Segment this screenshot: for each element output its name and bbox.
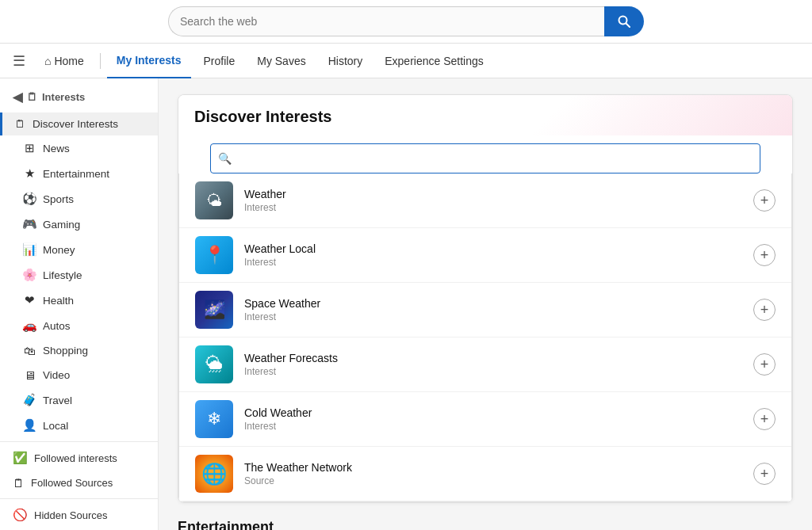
sidebar-hidden-sources[interactable]: 🚫 Hidden Sources — [0, 502, 158, 528]
nav-divider — [100, 53, 101, 69]
weather-local-result-name: Weather Local — [244, 242, 742, 255]
discover-search-icon: 🔍 — [218, 152, 232, 165]
result-item-space-weather[interactable]: 🌌 Space Weather Interest + — [179, 283, 791, 337]
hidden-sources-icon: 🚫 — [13, 508, 28, 522]
search-button[interactable] — [604, 6, 644, 36]
space-weather-add-button[interactable]: + — [753, 299, 776, 321]
sidebar-local-label: Local — [43, 420, 68, 432]
weather-forecasts-thumb: 🌦 — [195, 345, 233, 383]
sidebar-header: ◀ 🗒 Interests — [0, 85, 158, 109]
sidebar-hidden-sources-label: Hidden Sources — [34, 509, 108, 521]
weather-result-info: Weather Interest — [244, 188, 742, 213]
discover-panel-header: Discover Interests — [178, 95, 792, 135]
content-area: Discover Interests 🔍 weather 🌤 Weather I… — [159, 78, 812, 530]
result-item-weather-forecasts[interactable]: 🌦 Weather Forecasts Interest + — [179, 337, 791, 392]
sidebar-lifestyle-label: Lifestyle — [43, 269, 82, 281]
weather-network-add-button[interactable]: + — [753, 463, 776, 485]
search-container — [168, 6, 644, 36]
cold-weather-thumb: ❄ — [195, 400, 233, 438]
space-weather-result-name: Space Weather — [244, 297, 742, 310]
result-item-weather-local[interactable]: 📍 Weather Local Interest + — [179, 228, 791, 283]
cold-weather-add-button[interactable]: + — [753, 408, 776, 430]
sidebar-item-travel[interactable]: 🧳 Travel — [0, 387, 158, 413]
nav-item-profile[interactable]: Profile — [194, 44, 245, 78]
sidebar-followed-sources[interactable]: 🗒 Followed Sources — [0, 471, 158, 495]
sidebar-entertainment-label: Entertainment — [43, 168, 109, 180]
sidebar-followed-sources-label: Followed Sources — [31, 477, 113, 489]
topbar — [0, 0, 812, 44]
nav-item-history[interactable]: History — [319, 44, 373, 78]
sidebar-followed-interests-label: Followed interests — [34, 452, 117, 464]
sidebar-divider-2 — [0, 498, 158, 499]
sidebar-item-video[interactable]: 🖥 Video — [0, 363, 158, 387]
space-weather-result-info: Space Weather Interest — [244, 297, 742, 322]
weather-forecasts-add-button[interactable]: + — [753, 353, 776, 376]
sidebar-item-sports[interactable]: ⚽ Sports — [0, 186, 158, 212]
sidebar-news-label: News — [43, 143, 70, 154]
sidebar-item-autos[interactable]: 🚗 Autos — [0, 313, 158, 338]
nav-item-my-saves[interactable]: My Saves — [247, 44, 315, 78]
weather-forecasts-result-type: Interest — [244, 366, 742, 377]
home-icon: ⌂ — [44, 55, 51, 67]
gaming-icon: 🎮 — [22, 217, 36, 231]
sidebar-followed-interests[interactable]: ✅ Followed interests — [0, 445, 158, 471]
cold-weather-result-name: Cold Weather — [244, 406, 742, 419]
followed-sources-icon: 🗒 — [13, 476, 25, 490]
sidebar-sports-label: Sports — [43, 193, 74, 205]
weather-network-result-type: Source — [244, 475, 742, 486]
weather-local-add-button[interactable]: + — [753, 244, 776, 266]
weather-add-button[interactable]: + — [753, 189, 776, 212]
entertainment-section: Entertainment 👥 Celebrities + 🎬 Movies + — [178, 519, 793, 530]
sidebar-item-news[interactable]: ⊞ News — [0, 135, 158, 161]
sidebar-health-label: Health — [43, 295, 74, 307]
discover-panel: Discover Interests 🔍 weather 🌤 Weather I… — [178, 94, 793, 503]
search-input[interactable] — [168, 6, 604, 36]
hamburger-icon[interactable]: ☰ — [13, 52, 25, 70]
sidebar-item-gaming[interactable]: 🎮 Gaming — [0, 212, 158, 237]
discover-search-input[interactable]: weather — [210, 143, 760, 173]
weather-local-result-info: Weather Local Interest — [244, 242, 742, 268]
discover-search-container: 🔍 weather — [210, 143, 760, 173]
sidebar-divider-1 — [0, 441, 158, 442]
sidebar-autos-label: Autos — [43, 320, 71, 332]
sidebar-item-local[interactable]: 👤 Local — [0, 413, 158, 438]
cold-weather-result-info: Cold Weather Interest — [244, 406, 742, 432]
nav-item-home[interactable]: ⌂ Home — [35, 44, 94, 78]
sidebar-item-entertainment[interactable]: ★ Entertainment — [0, 161, 158, 186]
sidebar-discover-label: Discover Interests — [33, 118, 118, 130]
local-icon: 👤 — [22, 418, 36, 433]
sidebar-video-label: Video — [43, 369, 70, 381]
sidebar-title: Interests — [42, 91, 85, 103]
search-results-list: 🌤 Weather Interest + 📍 Weather Local Int… — [178, 173, 792, 502]
lifestyle-icon: 🌸 — [22, 268, 36, 282]
sidebar-interests-icon2: 🗒 — [27, 91, 37, 103]
sidebar-item-money[interactable]: 📊 Money — [0, 237, 158, 262]
result-item-the-weather-network[interactable]: 🌐 The Weather Network Source + — [179, 447, 791, 501]
entertainment-icon: ★ — [22, 166, 36, 181]
sidebar-shopping-label: Shopping — [43, 345, 88, 357]
sidebar-discover-interests[interactable]: 🗒 Discover Interests — [0, 112, 158, 135]
space-weather-result-type: Interest — [244, 311, 742, 322]
result-item-cold-weather[interactable]: ❄ Cold Weather Interest + — [179, 392, 791, 447]
money-icon: 📊 — [22, 242, 36, 257]
sports-icon: ⚽ — [22, 192, 36, 206]
autos-icon: 🚗 — [22, 318, 36, 333]
weather-local-thumb: 📍 — [195, 236, 233, 274]
news-icon: ⊞ — [22, 141, 36, 155]
sidebar-item-shopping[interactable]: 🛍 Shopping — [0, 338, 158, 363]
weather-forecasts-result-name: Weather Forecasts — [244, 352, 742, 364]
followed-interests-icon: ✅ — [13, 451, 28, 465]
sidebar-item-health[interactable]: ❤ Health — [0, 288, 158, 313]
discover-icon: 🗒 — [15, 118, 26, 130]
travel-icon: 🧳 — [22, 393, 36, 407]
sidebar-gaming-label: Gaming — [43, 219, 80, 231]
weather-result-name: Weather — [244, 188, 742, 200]
sidebar-item-lifestyle[interactable]: 🌸 Lifestyle — [0, 262, 158, 288]
result-item-weather[interactable]: 🌤 Weather Interest + — [179, 173, 791, 228]
nav-item-experience-settings[interactable]: Experience Settings — [375, 44, 493, 78]
nav-item-my-interests[interactable]: My Interests — [107, 44, 191, 78]
main-layout: ◀ 🗒 Interests 🗒 Discover Interests ⊞ New… — [0, 78, 812, 530]
video-icon: 🖥 — [22, 368, 36, 382]
navbar: ☰ ⌂ Home My Interests Profile My Saves H… — [0, 44, 812, 78]
sidebar: ◀ 🗒 Interests 🗒 Discover Interests ⊞ New… — [0, 78, 159, 530]
